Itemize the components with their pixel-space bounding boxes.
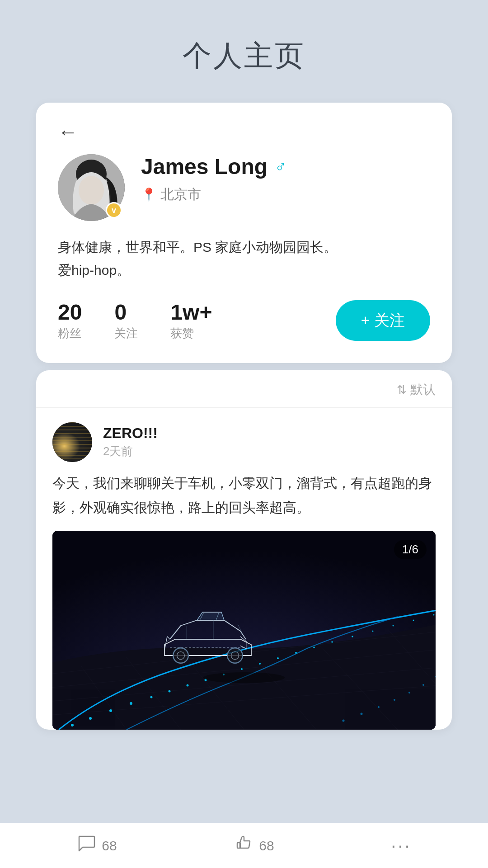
- sort-bar[interactable]: ⇅ 默认: [36, 370, 452, 408]
- post-meta: ZERO!!! 2天前: [103, 425, 158, 459]
- svg-rect-54: [237, 843, 240, 848]
- more-icon: ···: [391, 835, 411, 856]
- svg-point-16: [89, 717, 92, 720]
- svg-point-17: [109, 709, 112, 712]
- post-author-avatar: [52, 422, 92, 462]
- fans-stat: 20 粉丝: [58, 300, 82, 341]
- svg-point-37: [378, 706, 380, 708]
- username: James Long: [141, 154, 267, 179]
- follow-button[interactable]: + 关注: [336, 300, 430, 341]
- image-counter: 1/6: [394, 540, 427, 559]
- page-title: 个人主页: [183, 36, 305, 75]
- verified-badge: v: [106, 202, 122, 218]
- svg-point-21: [187, 684, 189, 687]
- location-text: 北京市: [160, 185, 201, 204]
- username-row: James Long ♂: [141, 154, 430, 179]
- post-item: ZERO!!! 2天前 今天，我们来聊聊关于车机，小零双门，溜背式，有点超跑的身…: [36, 408, 452, 730]
- sort-icon: ⇅: [397, 383, 407, 397]
- svg-point-33: [413, 620, 414, 621]
- sort-label: 默认: [410, 381, 436, 398]
- svg-point-48: [227, 648, 243, 663]
- post-image: [52, 531, 436, 730]
- svg-point-25: [259, 663, 261, 665]
- svg-point-15: [71, 724, 74, 726]
- svg-point-28: [313, 646, 315, 648]
- likes-label: 获赞: [170, 326, 194, 341]
- stats-follow-row: 20 粉丝 0 关注 1w+ 获赞 + 关注: [58, 300, 430, 341]
- likes-stat: 1w+ 获赞: [170, 300, 212, 341]
- like-icon: [234, 834, 253, 858]
- svg-point-26: [277, 657, 279, 659]
- svg-point-24: [241, 668, 243, 670]
- svg-point-31: [372, 631, 374, 632]
- bio-line2: 爱hip-hop。: [58, 259, 430, 282]
- comment-count: 68: [102, 838, 117, 854]
- following-label: 关注: [114, 326, 138, 341]
- bottom-bar: 68 68 ···: [0, 823, 488, 868]
- post-time: 2天前: [103, 443, 158, 459]
- like-count: 68: [259, 838, 274, 854]
- feed-card: ⇅ 默认 ZERO!!! 2天前 今天，我们来聊聊关于车机，小零双门，溜背式，有…: [36, 370, 452, 730]
- post-header: ZERO!!! 2天前: [52, 422, 436, 462]
- fans-count: 20: [58, 300, 82, 325]
- like-action[interactable]: 68: [234, 834, 274, 858]
- comment-action[interactable]: 68: [76, 834, 117, 858]
- more-action[interactable]: ···: [391, 835, 411, 856]
- location-pin-icon: 📍: [141, 187, 157, 202]
- svg-point-46: [173, 648, 188, 663]
- following-stat: 0 关注: [114, 300, 138, 341]
- post-author-name: ZERO!!!: [103, 425, 158, 442]
- svg-point-30: [352, 636, 353, 637]
- fans-label: 粉丝: [58, 326, 81, 341]
- svg-point-53: [203, 672, 285, 683]
- svg-point-19: [150, 696, 153, 698]
- gender-icon: ♂: [275, 157, 287, 176]
- post-image-wrapper[interactable]: 1/6: [52, 531, 436, 730]
- svg-point-27: [295, 652, 297, 654]
- svg-point-36: [361, 713, 363, 715]
- svg-point-20: [169, 690, 171, 693]
- post-content: 今天，我们来聊聊关于车机，小零双门，溜背式，有点超跑的身影，外观确实很惊艳，路上…: [52, 471, 436, 520]
- svg-point-38: [394, 699, 395, 701]
- bio: 身体健康，世界和平。PS 家庭小动物园园长。 爱hip-hop。: [58, 236, 430, 282]
- likes-count: 1w+: [170, 300, 212, 325]
- svg-point-39: [408, 692, 410, 693]
- following-count: 0: [114, 300, 127, 325]
- bio-line1: 身体健康，世界和平。PS 家庭小动物园园长。: [58, 236, 430, 259]
- svg-point-32: [393, 625, 394, 627]
- location-row: 📍 北京市: [141, 185, 430, 204]
- avatar-wrapper: v: [58, 154, 125, 221]
- svg-point-18: [130, 702, 132, 705]
- comment-icon: [76, 834, 96, 858]
- svg-point-29: [331, 641, 333, 643]
- profile-header: v James Long ♂ 📍 北京市: [58, 154, 430, 221]
- profile-card: ← v: [36, 103, 452, 363]
- back-button[interactable]: ←: [58, 121, 78, 143]
- svg-point-40: [422, 684, 424, 686]
- svg-point-35: [343, 720, 345, 722]
- svg-point-2: [79, 176, 104, 205]
- svg-point-34: [433, 614, 435, 616]
- profile-info: James Long ♂ 📍 北京市: [141, 154, 430, 204]
